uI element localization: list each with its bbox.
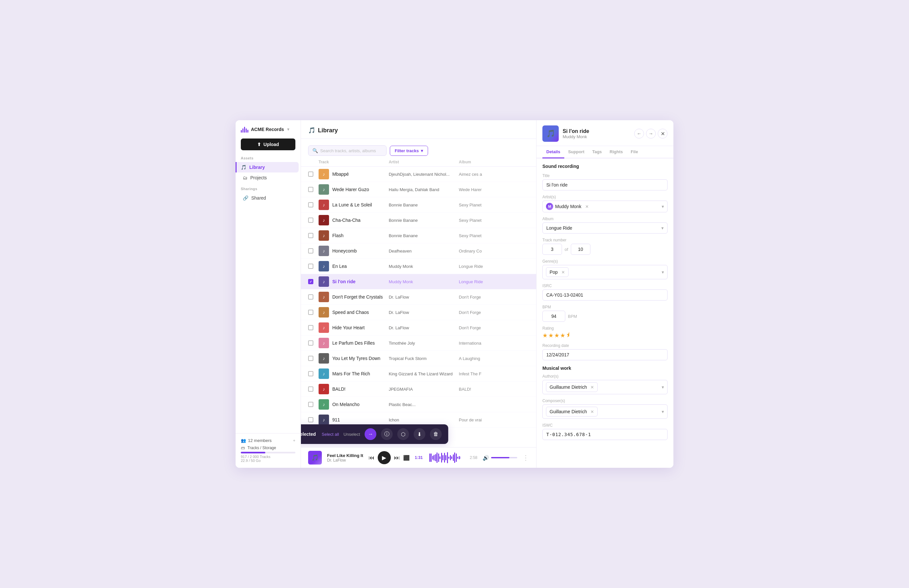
checkbox[interactable] bbox=[308, 202, 313, 207]
checkbox[interactable] bbox=[308, 371, 313, 376]
select-all-button[interactable]: Select all bbox=[322, 432, 339, 437]
row-checkbox[interactable] bbox=[308, 371, 319, 376]
tab-rights[interactable]: Rights bbox=[606, 146, 627, 158]
volume-slider[interactable] bbox=[491, 457, 517, 458]
rating-stars[interactable]: ★ ★ ★ ★ ⯨ bbox=[542, 332, 668, 339]
rp-close-button[interactable]: ✕ bbox=[658, 129, 668, 139]
remove-composer-button[interactable]: ✕ bbox=[590, 409, 594, 414]
remove-artist-button[interactable]: ✕ bbox=[585, 204, 589, 209]
genre-dropdown-icon[interactable]: ▾ bbox=[662, 270, 664, 275]
checkbox[interactable] bbox=[308, 386, 313, 392]
delete-button[interactable]: 🗑 bbox=[430, 428, 442, 440]
star-3[interactable]: ★ bbox=[554, 332, 560, 339]
row-checkbox[interactable] bbox=[308, 310, 319, 315]
checkbox[interactable] bbox=[308, 294, 313, 300]
isrc-input[interactable] bbox=[542, 289, 668, 300]
checkbox[interactable] bbox=[308, 263, 313, 269]
table-row[interactable]: ♪ You Let My Tyres Down Tropical Fuck St… bbox=[301, 351, 536, 366]
recording-date-input[interactable] bbox=[542, 349, 668, 360]
volume-icon[interactable]: 🔊 bbox=[483, 455, 489, 461]
filter-tracks-button[interactable]: Filter tracks ▾ bbox=[390, 146, 428, 156]
rp-prev-button[interactable]: ← bbox=[634, 129, 644, 139]
table-row[interactable]: ♪ La Lune & Le Soleil Bonnie Banane Sexy… bbox=[301, 197, 536, 213]
author-dropdown-icon[interactable]: ▾ bbox=[662, 384, 664, 390]
checkbox[interactable] bbox=[308, 233, 313, 238]
sidebar-item-shared[interactable]: 🔗 Shared bbox=[238, 193, 299, 203]
table-row[interactable]: ♪ Speed and Chaos Dr. LaFlow Don't Forge bbox=[301, 305, 536, 320]
table-row[interactable]: ♪ Wede Harer Guzo Hailu Mergia, Dahlak B… bbox=[301, 182, 536, 197]
table-row[interactable]: ♪ En Lea Muddy Monk Longue Ride bbox=[301, 259, 536, 274]
iswc-input[interactable] bbox=[542, 429, 668, 440]
checkbox[interactable] bbox=[308, 417, 313, 422]
rp-next-button[interactable]: → bbox=[646, 129, 656, 139]
upload-button[interactable]: ⬆ Upload bbox=[241, 139, 295, 150]
tab-file[interactable]: File bbox=[627, 146, 642, 158]
checkbox[interactable] bbox=[308, 171, 313, 177]
checkbox[interactable]: ✓ bbox=[308, 279, 313, 284]
table-row[interactable]: ♪ BALD! JPEGMAFIA BALD! bbox=[301, 381, 536, 397]
table-row[interactable]: ♪ Mbappé DjeuhDjoah, Lieutenant Nichol..… bbox=[301, 166, 536, 182]
tab-details[interactable]: Details bbox=[542, 146, 564, 158]
skip-back-button[interactable]: ⏮ bbox=[369, 454, 374, 461]
player-more-button[interactable]: ⋮ bbox=[522, 454, 529, 462]
checkbox[interactable] bbox=[308, 402, 313, 407]
star-2[interactable]: ★ bbox=[548, 332, 553, 339]
track-total-input[interactable] bbox=[571, 244, 590, 255]
row-checkbox[interactable] bbox=[308, 294, 319, 300]
search-bar[interactable]: 🔍 bbox=[308, 145, 387, 156]
send-button[interactable]: → bbox=[365, 428, 377, 440]
row-checkbox[interactable] bbox=[308, 325, 319, 330]
remove-author-button[interactable]: ✕ bbox=[590, 385, 594, 390]
album-dropdown-icon[interactable]: ▾ bbox=[662, 225, 664, 231]
table-row[interactable]: ♪ Honeycomb Deafheaven Ordinary Co bbox=[301, 243, 536, 259]
checkbox[interactable] bbox=[308, 356, 313, 361]
loop-button[interactable]: ⬛ bbox=[403, 455, 410, 461]
row-checkbox[interactable] bbox=[308, 386, 319, 392]
sidebar-item-projects[interactable]: 🗂 Projects bbox=[238, 173, 299, 183]
artist-dropdown-icon[interactable]: ▾ bbox=[662, 204, 664, 209]
star-5-half[interactable]: ⯨ bbox=[566, 332, 571, 339]
table-row[interactable]: ♪ Hide Your Heart Dr. LaFlow Don't Forge bbox=[301, 320, 536, 336]
checkbox[interactable] bbox=[308, 248, 313, 254]
composer-dropdown-icon[interactable]: ▾ bbox=[662, 409, 664, 414]
row-checkbox[interactable] bbox=[308, 248, 319, 254]
star-1[interactable]: ★ bbox=[542, 332, 548, 339]
checkbox[interactable] bbox=[308, 187, 313, 192]
row-checkbox[interactable] bbox=[308, 233, 319, 238]
checkbox[interactable] bbox=[308, 218, 313, 223]
row-checkbox[interactable] bbox=[308, 171, 319, 177]
bpm-input[interactable] bbox=[542, 311, 565, 322]
track-number-input[interactable] bbox=[542, 244, 562, 255]
row-checkbox[interactable] bbox=[308, 356, 319, 361]
info-button[interactable]: ⓘ bbox=[381, 428, 393, 440]
tab-support[interactable]: Support bbox=[564, 146, 589, 158]
download-button[interactable]: ⬇ bbox=[414, 428, 425, 440]
table-row[interactable]: ♪ Don't Forget the Crystals Dr. LaFlow D… bbox=[301, 289, 536, 305]
tab-tags[interactable]: Tags bbox=[588, 146, 605, 158]
play-pause-button[interactable]: ▶ bbox=[378, 451, 391, 464]
player-waveform[interactable] bbox=[429, 451, 460, 464]
export-button[interactable]: ⬡ bbox=[397, 428, 409, 440]
row-checkbox[interactable] bbox=[308, 218, 319, 223]
row-checkbox[interactable] bbox=[308, 202, 319, 207]
star-4[interactable]: ★ bbox=[560, 332, 565, 339]
checkbox[interactable] bbox=[308, 340, 313, 346]
add-member-icon[interactable]: + bbox=[293, 438, 295, 443]
sidebar-item-library[interactable]: 🎵 Library bbox=[236, 162, 299, 173]
row-checkbox[interactable] bbox=[308, 340, 319, 346]
unselect-button[interactable]: Unselect bbox=[343, 432, 360, 437]
row-checkbox[interactable] bbox=[308, 417, 319, 422]
checkbox[interactable] bbox=[308, 325, 313, 330]
table-row[interactable]: ♪ Flash Bonnie Banane Sexy Planet bbox=[301, 228, 536, 243]
search-input[interactable] bbox=[320, 148, 382, 153]
row-checkbox[interactable]: ✓ bbox=[308, 279, 319, 284]
table-row[interactable]: ♪ On Melancho Plastic Beac... bbox=[301, 397, 536, 412]
table-row[interactable]: ♪ Le Parfum Des Filles Timothée Joly Int… bbox=[301, 336, 536, 351]
remove-genre-button[interactable]: ✕ bbox=[561, 270, 565, 275]
row-checkbox[interactable] bbox=[308, 187, 319, 192]
table-row[interactable]: ♪ Mars For The Rich King Gizzard & The L… bbox=[301, 366, 536, 381]
row-checkbox[interactable] bbox=[308, 402, 319, 407]
skip-forward-button[interactable]: ⏭ bbox=[394, 454, 400, 461]
table-row[interactable]: ♪ Cha-Cha-Cha Bonnie Banane Sexy Planet bbox=[301, 213, 536, 228]
table-row[interactable]: ✓ ♪ Si l'on ride Muddy Monk Longue Ride bbox=[301, 274, 536, 289]
